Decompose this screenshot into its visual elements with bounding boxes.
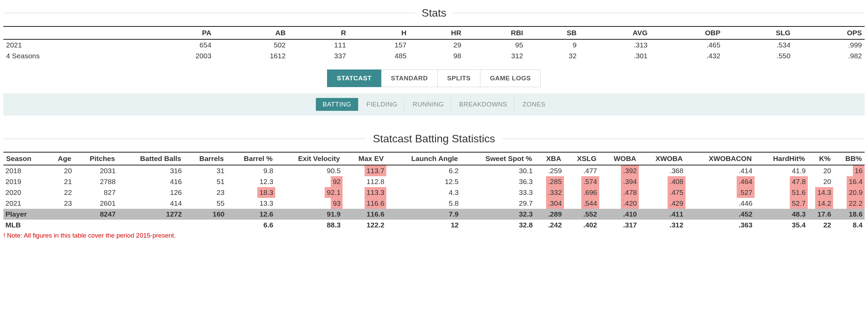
statcast-td: 52.7 (755, 198, 808, 209)
statcast-cell: .544 (581, 198, 599, 209)
statcast-td: .420 (599, 198, 639, 209)
stat-cell: 29 (409, 39, 464, 50)
statcast-col-header[interactable]: BB% (833, 152, 865, 165)
stats-col-header[interactable]: AB (214, 26, 288, 39)
statcast-td: .414 (686, 165, 755, 176)
statcast-cell: 21 (62, 176, 74, 187)
statcast-col-header[interactable]: Launch Angle (386, 152, 460, 165)
statcast-td: 16.4 (833, 176, 865, 187)
statcast-td: 6.6 (226, 220, 275, 230)
stats-col-header[interactable]: R (288, 26, 349, 39)
statcast-cell: 6.2 (447, 165, 461, 176)
row-label: 4 Seasons (3, 50, 140, 61)
statcast-cell: 29.7 (517, 198, 535, 209)
statcast-col-header[interactable]: HardHit% (755, 152, 808, 165)
tab-statcast[interactable]: STATCAST (327, 69, 382, 87)
subtab-batting[interactable]: BATTING (316, 98, 358, 111)
statcast-td (74, 220, 117, 230)
statcast-cell: 31 (215, 165, 226, 176)
statcast-td: .478 (599, 187, 639, 198)
statcast-td: 18.6 (833, 209, 865, 220)
statcast-td: .317 (599, 220, 639, 230)
table-row: 202165450211115729959.313.465.534.999 (3, 39, 865, 50)
stats-col-header[interactable]: SB (526, 26, 579, 39)
statcast-td: .452 (686, 209, 755, 220)
statcast-cell: 22 (62, 187, 74, 198)
section-title-stats: Stats (422, 7, 447, 19)
statcast-cell: .402 (581, 220, 599, 230)
statcast-td: .544 (564, 198, 599, 209)
statcast-td: 17.6 (808, 209, 833, 220)
statcast-cell: .552 (581, 209, 599, 220)
statcast-cell: 17.6 (815, 209, 833, 220)
statcast-col-header[interactable]: Barrel % (226, 152, 275, 165)
statcast-col-header[interactable]: Age (47, 152, 74, 165)
statcast-td: 2788 (74, 176, 117, 187)
statcast-td: .242 (535, 220, 564, 230)
stat-cell: 95 (464, 39, 526, 50)
stats-col-header[interactable]: HR (409, 26, 464, 39)
statcast-col-header[interactable]: Sweet Spot % (461, 152, 535, 165)
statcast-col-header[interactable]: XWOBA (639, 152, 685, 165)
statcast-td: 9.8 (226, 165, 275, 176)
section-header-statcast: Statcast Batting Statistics (3, 133, 865, 145)
stats-col-header[interactable] (3, 26, 140, 39)
statcast-cell: 12.3 (257, 176, 275, 187)
subtab-running[interactable]: RUNNING (406, 98, 451, 111)
statcast-col-header[interactable]: XWOBACON (686, 152, 755, 165)
statcast-cell: 88.3 (325, 220, 343, 230)
statcast-td: 13.3 (226, 198, 275, 209)
statcast-td: 14.3 (808, 187, 833, 198)
tab-splits[interactable]: SPLITS (437, 69, 481, 87)
statcast-cell (70, 225, 74, 227)
statcast-col-header[interactable]: Max EV (343, 152, 386, 165)
statcast-cell: 2788 (98, 176, 118, 187)
statcast-td: 2601 (74, 198, 117, 209)
sub-tabs-bar: BATTINGFIELDINGRUNNINGBREAKDOWNSZONES (3, 93, 865, 116)
stats-col-header[interactable]: AVG (579, 26, 650, 39)
statcast-col-header[interactable]: Exit Velocity (275, 152, 343, 165)
tab-standard[interactable]: STANDARD (381, 69, 438, 87)
tab-game-logs[interactable]: GAME LOGS (480, 69, 541, 87)
divider-line (3, 139, 366, 139)
statcast-cell: 4.3 (447, 187, 461, 198)
stat-cell: .313 (579, 39, 650, 50)
statcast-cell: 32.3 (517, 209, 535, 220)
statcast-td: 827 (74, 187, 117, 198)
subtab-fielding[interactable]: FIELDING (360, 98, 405, 111)
statcast-col-header[interactable]: K% (808, 152, 833, 165)
statcast-cell: .392 (621, 165, 639, 176)
stats-col-header[interactable]: OPS (793, 26, 865, 39)
statcast-col-header[interactable]: XSLG (564, 152, 599, 165)
statcast-col-header[interactable]: Pitches (74, 152, 117, 165)
stats-col-header[interactable]: RBI (464, 26, 526, 39)
statcast-col-header[interactable]: XBA (535, 152, 564, 165)
statcast-td: .552 (564, 209, 599, 220)
statcast-td (47, 209, 74, 220)
statcast-col-header[interactable]: Season (3, 152, 47, 165)
subtab-breakdowns[interactable]: BREAKDOWNS (452, 98, 514, 111)
statcast-cell: 1272 (164, 209, 184, 220)
stat-cell: 312 (464, 50, 526, 61)
statcast-cell: 23 (62, 198, 74, 209)
stats-col-header[interactable]: H (349, 26, 409, 39)
stats-col-header[interactable]: SLG (723, 26, 793, 39)
statcast-col-header[interactable]: Barrels (184, 152, 226, 165)
stat-cell: 32 (526, 50, 579, 61)
stats-col-header[interactable]: OBP (650, 26, 723, 39)
statcast-cell: 116.6 (365, 198, 387, 209)
stats-col-header[interactable]: PA (140, 26, 214, 39)
statcast-td: 6.2 (386, 165, 460, 176)
stat-cell: 502 (214, 39, 288, 50)
subtab-zones[interactable]: ZONES (516, 98, 552, 111)
statcast-cell: .332 (546, 187, 564, 198)
table-row: 2018202031316319.890.5113.76.230.1.259.4… (3, 165, 865, 176)
statcast-cell: 18.3 (257, 187, 275, 198)
statcast-col-header[interactable]: Batted Balls (118, 152, 184, 165)
statcast-td: 88.3 (275, 220, 343, 230)
statcast-col-header[interactable]: WOBA (599, 152, 639, 165)
statcast-td: 8247 (74, 209, 117, 220)
statcast-cell: 14.2 (815, 198, 833, 209)
statcast-cell: 22.2 (847, 198, 865, 209)
statcast-td: 22.2 (833, 198, 865, 209)
